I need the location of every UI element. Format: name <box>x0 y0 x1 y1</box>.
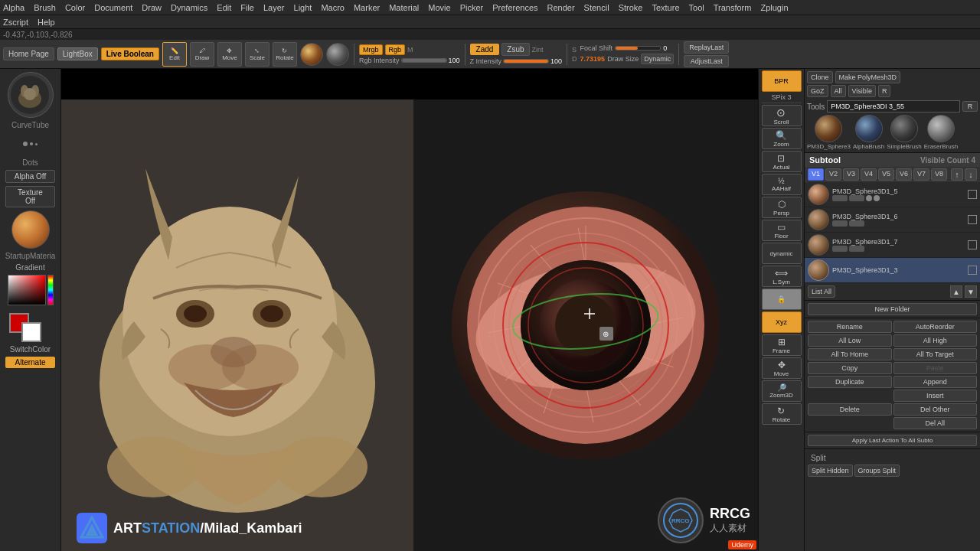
all-to-target-button[interactable]: All To Target <box>893 348 978 360</box>
lsym-button[interactable]: ⟺ L.Sym <box>762 266 802 287</box>
persp-button[interactable]: ⬡ Persp <box>762 197 802 218</box>
zsub-button[interactable]: Zsub <box>501 43 529 56</box>
all-to-home-button[interactable]: All To Home <box>808 348 892 360</box>
bpr-button[interactable]: BPR <box>762 70 802 92</box>
subtool-item-sphere3[interactable]: PM3D_Sphere3D1_3 <box>805 258 980 283</box>
delete-button[interactable]: Delete <box>808 403 892 416</box>
split-toggle[interactable]: Split <box>808 452 977 465</box>
tool-r-button[interactable]: R <box>962 101 978 112</box>
aahalf-button[interactable]: ½ AAHalf <box>762 174 802 195</box>
canvas-viewport[interactable]: ARTSTATION/Milad_Kambari <box>61 99 758 551</box>
z-intensity-track[interactable] <box>503 59 549 64</box>
duplicate-button[interactable]: Duplicate <box>808 376 892 388</box>
subtool-item-sphere7[interactable]: PM3D_Sphere3D1_7 <box>805 233 980 258</box>
del-other-button[interactable]: Del Other <box>893 403 978 416</box>
zadd-button[interactable]: Zadd <box>470 44 500 55</box>
move-button[interactable]: ✥ Move <box>217 42 242 67</box>
clone-button[interactable]: Clone <box>807 71 833 83</box>
eye-icon-7[interactable] <box>968 240 977 249</box>
menu-movie[interactable]: Movie <box>428 3 450 12</box>
alpha-off-button[interactable]: Alpha Off <box>5 170 55 183</box>
alpha-brush-preview[interactable]: AlphaBrush <box>853 115 884 150</box>
toggle-7[interactable] <box>832 246 848 252</box>
material-preview-half[interactable] <box>326 43 349 66</box>
new-folder-button[interactable]: New Folder <box>808 303 977 315</box>
toggle-7b[interactable] <box>849 246 864 252</box>
goz-button[interactable]: GoZ <box>807 85 828 97</box>
groups-split-button[interactable]: Groups Split <box>854 465 900 477</box>
menu-material[interactable]: Material <box>389 3 419 12</box>
subtool-item-sphere6[interactable]: PM3D_Sphere3D1_6 <box>805 207 980 233</box>
list-all-button[interactable]: List All <box>808 285 835 298</box>
menu-stencil[interactable]: Stencil <box>584 3 609 12</box>
menu-preferences[interactable]: Preferences <box>492 3 537 12</box>
menu-draw[interactable]: Draw <box>142 3 162 12</box>
menu-zplugin[interactable]: Zplugin <box>760 3 788 12</box>
texture-off-button[interactable]: Texture Off <box>5 186 55 207</box>
color-picker-area[interactable] <box>8 275 54 308</box>
tab-v7[interactable]: V7 <box>913 168 929 181</box>
all-button[interactable]: All <box>831 85 846 97</box>
zoom3d-button[interactable]: 🔎 Zoom3D <box>762 380 802 402</box>
background-color[interactable] <box>21 322 41 342</box>
copy-button[interactable]: Copy <box>808 362 892 374</box>
list-down-icon[interactable]: ▼ <box>965 285 977 298</box>
eye-icon-6[interactable] <box>968 215 977 224</box>
menu-brush[interactable]: Brush <box>34 3 56 12</box>
eye-icon-3[interactable] <box>968 266 977 275</box>
paste-button[interactable]: Paste <box>893 362 978 374</box>
frame-button[interactable]: ⊞ Frame <box>762 334 802 356</box>
menu-color[interactable]: Color <box>65 3 85 12</box>
rotate-button[interactable]: ↻ Rotate <box>273 42 297 67</box>
home-page-button[interactable]: Home Page <box>3 47 54 60</box>
scale-button[interactable]: ⤡ Scale <box>245 42 270 67</box>
lock-button[interactable]: 🔒 <box>762 289 802 310</box>
replay-last-button[interactable]: ReplayLast <box>684 41 729 54</box>
brush-preview[interactable] <box>8 72 54 118</box>
switch-color-button[interactable]: SwitchColor <box>10 345 51 354</box>
floor-button[interactable]: ▭ Floor <box>762 220 802 241</box>
menu-marker[interactable]: Marker <box>354 3 380 12</box>
color-gradient-square[interactable] <box>8 275 46 305</box>
scroll-button[interactable]: ⊙ Scroll <box>762 105 802 126</box>
menu-transform[interactable]: Transform <box>714 3 752 12</box>
live-boolean-button[interactable]: Live Boolean <box>101 47 159 60</box>
menu-edit[interactable]: Edit <box>217 3 231 12</box>
tab-v2[interactable]: V2 <box>825 168 841 181</box>
lightbox-button[interactable]: LightBox <box>57 47 98 60</box>
tool-selector[interactable]: PM3D_Sphere3DI 3_55 <box>827 100 960 112</box>
subtool-item-sphere5[interactable]: PM3D_Sphere3D1_5 <box>805 182 980 207</box>
menu-layer[interactable]: Layer <box>263 3 285 12</box>
tab-v3[interactable]: V3 <box>843 168 859 181</box>
append-button[interactable]: Append <box>893 376 978 388</box>
menu-alpha[interactable]: Alpha <box>3 3 24 12</box>
insert-button[interactable]: Insert <box>893 390 978 402</box>
menu-file[interactable]: File <box>240 3 254 12</box>
toggle-6b[interactable] <box>849 220 864 227</box>
menu-render[interactable]: Render <box>547 3 575 12</box>
menu-stroke[interactable]: Stroke <box>619 3 643 12</box>
tab-v4[interactable]: V4 <box>861 168 877 181</box>
rename-button[interactable]: Rename <box>808 321 892 333</box>
subtool-up-button[interactable]: ↑ <box>951 168 963 181</box>
menu-macro[interactable]: Macro <box>321 3 345 12</box>
draw-button[interactable]: 🖊 Draw <box>190 42 214 67</box>
tab-v5[interactable]: V5 <box>878 168 894 181</box>
menu-picker[interactable]: Picker <box>460 3 484 12</box>
actual-button[interactable]: ⊡ Actual <box>762 151 802 172</box>
list-up-icon[interactable]: ▲ <box>950 285 962 298</box>
sphere3-preview[interactable]: PM3D_Sphere3 <box>807 115 851 150</box>
eraser-brush-preview[interactable]: EraserBrush <box>924 115 958 150</box>
alternate-button[interactable]: Alternate <box>5 357 55 368</box>
tab-v6[interactable]: V6 <box>896 168 912 181</box>
tab-v1[interactable]: V1 <box>808 168 824 181</box>
material-sphere-preview[interactable] <box>11 210 50 249</box>
toggle-6[interactable] <box>832 220 848 227</box>
split-hidden-button[interactable]: Split Hidden <box>808 465 853 477</box>
menu-help[interactable]: Help <box>38 18 55 27</box>
menu-tool[interactable]: Tool <box>689 3 704 12</box>
del-all-button[interactable]: Del All <box>893 417 978 429</box>
edit-button[interactable]: ✏️ Edit <box>162 42 187 67</box>
rgb-intensity-track[interactable] <box>401 58 447 63</box>
dynamic-button[interactable]: dynamic <box>762 243 802 264</box>
